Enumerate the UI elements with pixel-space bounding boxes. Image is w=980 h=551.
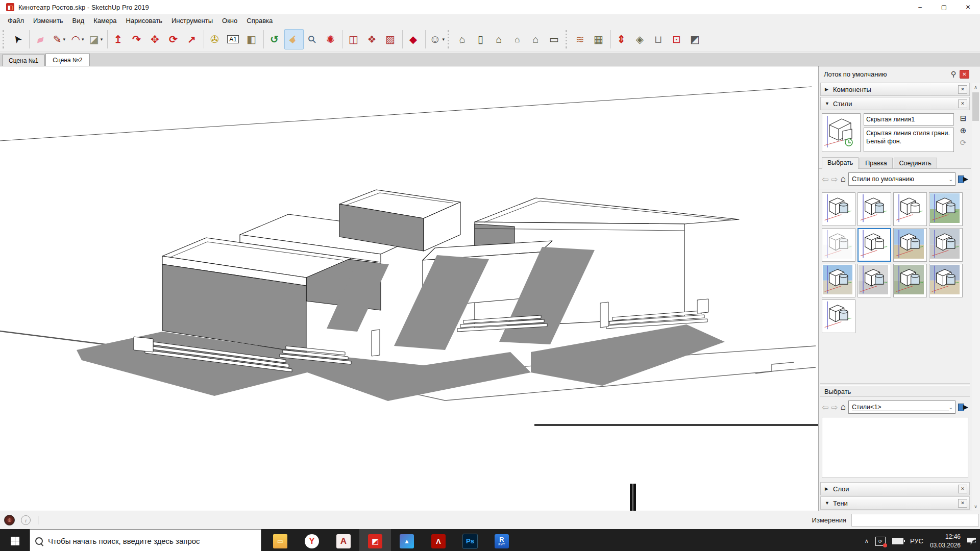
maximize-button[interactable]: ▢ (932, 0, 956, 14)
taskbar-autocad-icon[interactable]: A (328, 529, 359, 551)
section-layers[interactable]: ▶ Слои ✕ (820, 482, 970, 495)
close-icon[interactable]: ✕ (958, 499, 967, 508)
style-thumb[interactable] (893, 228, 927, 262)
details-menu-icon[interactable] (958, 403, 968, 412)
menu-draw[interactable]: Нарисовать (121, 15, 167, 26)
view-top-icon[interactable]: ▯ (472, 30, 491, 49)
sync-alert-icon[interactable]: ⟳ (875, 537, 886, 546)
rotate-tool-icon[interactable]: ⟳ (165, 30, 183, 49)
home-icon[interactable]: ⌂ (841, 174, 846, 184)
menu-view[interactable]: Вид (68, 15, 89, 26)
in-model-styles-list[interactable] (822, 417, 968, 478)
battery-icon[interactable] (892, 538, 903, 544)
minimize-button[interactable]: – (908, 0, 932, 14)
sandbox-from-contours-icon[interactable]: ≋ (572, 30, 590, 49)
ruby-gem-icon[interactable]: ◆ (405, 30, 423, 49)
style-description-box[interactable]: Скрытая линия стиля грани. Белый фон. (864, 128, 954, 152)
geolocation-icon[interactable]: ⊕ (4, 515, 15, 525)
scene-tab-1[interactable]: Сцена №1 (2, 55, 45, 66)
info-icon[interactable]: i (21, 515, 31, 525)
styles-tab-mix[interactable]: Соединить (894, 158, 937, 168)
close-button[interactable]: ✕ (956, 0, 980, 14)
tray-scrollbar[interactable]: ∧ ∨ (971, 83, 980, 511)
tape-measure-icon[interactable]: ✇ (206, 30, 225, 49)
style-name-input[interactable]: Скрытая линия1 (864, 113, 954, 126)
style-thumb[interactable] (929, 228, 963, 262)
taskbar-sketchup-icon[interactable]: ◩ (359, 529, 391, 551)
send-to-layout-icon[interactable]: ▨ (382, 30, 400, 49)
home-icon[interactable]: ⌂ (841, 402, 846, 412)
style-thumb[interactable] (822, 299, 855, 333)
style-thumb[interactable] (857, 192, 891, 226)
pushpull-tool-icon[interactable]: ↥ (110, 30, 128, 49)
zoom-tool-icon[interactable]: ⚲ (304, 30, 322, 49)
toolbar-grip[interactable] (448, 30, 451, 48)
style-thumb-selected[interactable] (857, 228, 891, 262)
scene-tab-2[interactable]: Сцена №2 (45, 54, 89, 66)
orbit-tool-icon[interactable]: ↺ (266, 30, 284, 49)
measurements-input[interactable] (851, 514, 979, 527)
scroll-down-icon[interactable]: ∨ (971, 503, 980, 511)
model-canvas[interactable] (0, 66, 818, 511)
scrollbar-thumb[interactable] (972, 92, 979, 121)
stamp-tool-icon[interactable]: ◈ (631, 30, 650, 49)
start-button[interactable] (0, 529, 30, 551)
new-style-icon[interactable]: ⊕ (960, 127, 967, 134)
section-components[interactable]: ▶ Компоненты ✕ (820, 83, 970, 96)
toolbar-grip[interactable] (566, 30, 569, 48)
close-icon[interactable]: ✕ (958, 99, 967, 108)
style-thumb[interactable] (822, 264, 855, 297)
styles-tab-select[interactable]: Выбрать (822, 157, 859, 169)
style-thumb[interactable] (822, 228, 855, 262)
scroll-up-icon[interactable]: ∧ (971, 83, 980, 91)
zoom-extents-icon[interactable]: ✺ (322, 30, 340, 49)
view-iso-icon[interactable]: ⌂ (454, 30, 472, 49)
menu-help[interactable]: Справка (242, 15, 277, 26)
back-arrow-icon[interactable]: ⇦ (822, 403, 828, 412)
arc-tool-icon[interactable]: ◠▾ (68, 30, 87, 49)
taskbar-photoshop-icon[interactable]: Ps (454, 529, 486, 551)
style-thumb[interactable] (929, 264, 963, 297)
select-tool-icon[interactable]: ➤ (9, 30, 27, 49)
menu-tools[interactable]: Инструменты (167, 15, 217, 26)
language-indicator[interactable]: РУС (910, 537, 923, 545)
line-tool-icon[interactable]: ✎▾ (50, 30, 68, 49)
taskbar-explorer-icon[interactable]: ▭ (264, 529, 296, 551)
smoove-tool-icon[interactable]: ⇕ (613, 30, 631, 49)
menu-window[interactable]: Окно (217, 15, 242, 26)
section-styles[interactable]: ▼ Стили ✕ (820, 97, 970, 110)
taskbar-acrobat-icon[interactable]: Λ (423, 529, 454, 551)
rectangle-tool-icon[interactable]: ◪▾ (87, 30, 105, 49)
style-thumb[interactable] (822, 192, 855, 226)
style-thumb[interactable] (893, 192, 927, 226)
details-menu-icon[interactable] (958, 174, 968, 184)
add-detail-tool-icon[interactable]: ⊡ (668, 30, 687, 49)
styles-tab-edit[interactable]: Правка (860, 158, 892, 168)
style-thumb[interactable] (857, 264, 891, 297)
sandbox-from-scratch-icon[interactable]: ▦ (590, 30, 608, 49)
close-icon[interactable]: ✕ (958, 85, 967, 94)
drape-tool-icon[interactable]: ⊔ (650, 30, 668, 49)
view-left-icon[interactable]: ▭ (546, 30, 564, 49)
menu-edit[interactable]: Изменить (29, 15, 68, 26)
tray-close-icon[interactable]: ✕ (960, 70, 969, 79)
taskbar-search[interactable]: Чтобы начать поиск, введите здесь запрос (30, 529, 261, 551)
paint-bucket-icon[interactable]: ◧ (243, 30, 261, 49)
view-back-icon[interactable]: ⌂ (527, 30, 546, 49)
tray-chevron-icon[interactable]: ∧ (865, 538, 869, 544)
toolbar-grip[interactable] (3, 30, 6, 48)
forward-arrow-icon[interactable]: ⇨ (831, 174, 838, 184)
in-model-styles-dropdown[interactable]: Стили<1> ⌄ (848, 400, 955, 414)
taskbar-revit-icon[interactable]: R RVT (486, 529, 518, 551)
account-icon[interactable]: ☺▾ (428, 30, 446, 49)
style-thumb[interactable] (893, 264, 927, 297)
styles-collection-dropdown[interactable]: Стили по умолчанию ⌄ (848, 172, 955, 186)
notifications-icon[interactable]: 1 (967, 538, 976, 545)
move-tool-icon[interactable]: ✥ (146, 30, 165, 49)
export-model-icon[interactable]: ◫ (345, 30, 363, 49)
update-style-icon[interactable]: ⟳ (960, 139, 967, 146)
text-tool-icon[interactable]: A1 (225, 30, 243, 49)
taskbar-yandex-icon[interactable]: Y (296, 529, 328, 551)
eraser-tool-icon[interactable]: ▰ (32, 30, 50, 49)
model-viewport[interactable] (0, 66, 818, 511)
